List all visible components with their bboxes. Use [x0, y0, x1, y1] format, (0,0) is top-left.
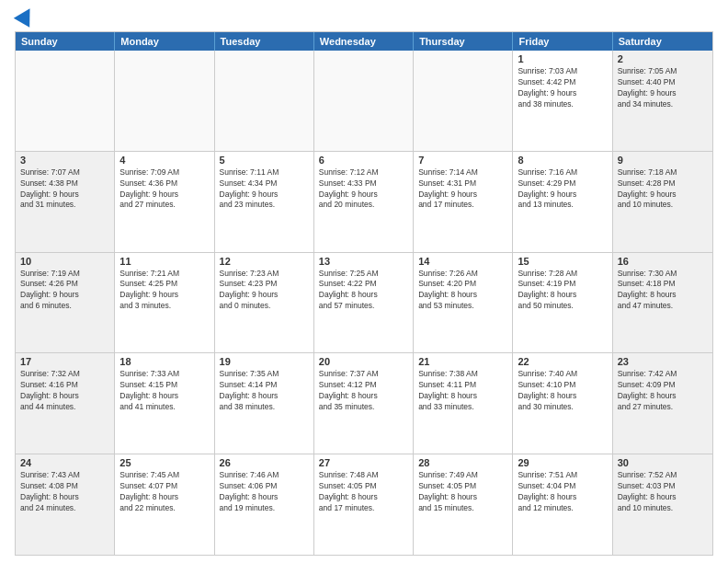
day-number: 30 — [618, 457, 708, 468]
logo-triangle-icon — [14, 4, 38, 28]
day-info: Sunrise: 7:48 AM Sunset: 4:05 PM Dayligh… — [319, 470, 408, 514]
day-info: Sunrise: 7:25 AM Sunset: 4:22 PM Dayligh… — [319, 269, 408, 313]
calendar-cell-23: 23Sunrise: 7:42 AM Sunset: 4:09 PM Dayli… — [613, 353, 712, 454]
calendar-cell-2: 2Sunrise: 7:05 AM Sunset: 4:40 PM Daylig… — [613, 51, 712, 151]
calendar-cell-9: 9Sunrise: 7:18 AM Sunset: 4:28 PM Daylig… — [613, 152, 712, 252]
header-day-friday: Friday — [513, 32, 612, 51]
day-number: 28 — [418, 457, 507, 468]
calendar-cell-empty-0-4 — [414, 51, 513, 151]
day-info: Sunrise: 7:52 AM Sunset: 4:03 PM Dayligh… — [618, 470, 708, 514]
calendar-cell-19: 19Sunrise: 7:35 AM Sunset: 4:14 PM Dayli… — [215, 353, 314, 454]
header — [15, 11, 713, 24]
calendar-cell-4: 4Sunrise: 7:09 AM Sunset: 4:36 PM Daylig… — [115, 152, 214, 252]
calendar-row-5: 24Sunrise: 7:43 AM Sunset: 4:08 PM Dayli… — [16, 454, 712, 555]
calendar-cell-empty-0-2 — [215, 51, 314, 151]
header-day-saturday: Saturday — [613, 32, 712, 51]
calendar: SundayMondayTuesdayWednesdayThursdayFrid… — [15, 31, 713, 556]
day-info: Sunrise: 7:35 AM Sunset: 4:14 PM Dayligh… — [220, 369, 309, 413]
calendar-cell-7: 7Sunrise: 7:14 AM Sunset: 4:31 PM Daylig… — [414, 152, 513, 252]
calendar-cell-20: 20Sunrise: 7:37 AM Sunset: 4:12 PM Dayli… — [314, 353, 414, 454]
day-number: 8 — [518, 155, 607, 166]
calendar-cell-17: 17Sunrise: 7:32 AM Sunset: 4:16 PM Dayli… — [16, 353, 115, 454]
day-info: Sunrise: 7:12 AM Sunset: 4:33 PM Dayligh… — [319, 167, 408, 212]
day-info: Sunrise: 7:11 AM Sunset: 4:34 PM Dayligh… — [220, 167, 309, 212]
calendar-row-1: 1Sunrise: 7:03 AM Sunset: 4:42 PM Daylig… — [16, 51, 712, 151]
day-number: 17 — [20, 356, 109, 367]
calendar-cell-24: 24Sunrise: 7:43 AM Sunset: 4:08 PM Dayli… — [16, 454, 115, 555]
calendar-cell-12: 12Sunrise: 7:23 AM Sunset: 4:23 PM Dayli… — [215, 253, 314, 353]
day-number: 6 — [319, 155, 408, 166]
day-number: 27 — [319, 457, 408, 468]
day-number: 4 — [119, 155, 209, 166]
day-info: Sunrise: 7:45 AM Sunset: 4:07 PM Dayligh… — [119, 470, 209, 514]
day-number: 14 — [418, 256, 507, 267]
day-info: Sunrise: 7:03 AM Sunset: 4:42 PM Dayligh… — [518, 66, 607, 110]
calendar-cell-8: 8Sunrise: 7:16 AM Sunset: 4:29 PM Daylig… — [513, 152, 612, 252]
day-number: 19 — [220, 356, 309, 367]
calendar-cell-6: 6Sunrise: 7:12 AM Sunset: 4:33 PM Daylig… — [314, 152, 414, 252]
calendar-cell-empty-0-0 — [16, 51, 115, 151]
calendar-cell-25: 25Sunrise: 7:45 AM Sunset: 4:07 PM Dayli… — [115, 454, 214, 555]
day-info: Sunrise: 7:42 AM Sunset: 4:09 PM Dayligh… — [618, 369, 708, 413]
day-number: 21 — [418, 356, 507, 367]
day-number: 24 — [20, 457, 109, 468]
day-number: 9 — [618, 155, 708, 166]
day-info: Sunrise: 7:18 AM Sunset: 4:28 PM Dayligh… — [618, 167, 708, 212]
day-number: 18 — [119, 356, 209, 367]
day-info: Sunrise: 7:30 AM Sunset: 4:18 PM Dayligh… — [618, 269, 708, 313]
day-info: Sunrise: 7:43 AM Sunset: 4:08 PM Dayligh… — [20, 470, 109, 514]
page: SundayMondayTuesdayWednesdayThursdayFrid… — [0, 0, 728, 563]
header-day-monday: Monday — [115, 32, 214, 51]
calendar-cell-18: 18Sunrise: 7:33 AM Sunset: 4:15 PM Dayli… — [115, 353, 214, 454]
calendar-cell-14: 14Sunrise: 7:26 AM Sunset: 4:20 PM Dayli… — [414, 253, 513, 353]
day-info: Sunrise: 7:09 AM Sunset: 4:36 PM Dayligh… — [119, 167, 209, 212]
calendar-row-3: 10Sunrise: 7:19 AM Sunset: 4:26 PM Dayli… — [16, 252, 712, 353]
day-info: Sunrise: 7:16 AM Sunset: 4:29 PM Dayligh… — [518, 167, 607, 212]
day-info: Sunrise: 7:46 AM Sunset: 4:06 PM Dayligh… — [220, 470, 309, 514]
day-info: Sunrise: 7:28 AM Sunset: 4:19 PM Dayligh… — [518, 269, 607, 313]
calendar-body: 1Sunrise: 7:03 AM Sunset: 4:42 PM Daylig… — [16, 51, 712, 555]
day-info: Sunrise: 7:33 AM Sunset: 4:15 PM Dayligh… — [119, 369, 209, 413]
header-day-wednesday: Wednesday — [314, 32, 414, 51]
calendar-cell-28: 28Sunrise: 7:49 AM Sunset: 4:05 PM Dayli… — [414, 454, 513, 555]
calendar-cell-empty-0-3 — [314, 51, 414, 151]
logo — [15, 11, 35, 24]
calendar-header: SundayMondayTuesdayWednesdayThursdayFrid… — [16, 32, 712, 51]
day-number: 12 — [220, 256, 309, 267]
header-day-tuesday: Tuesday — [215, 32, 314, 51]
day-info: Sunrise: 7:40 AM Sunset: 4:10 PM Dayligh… — [518, 369, 607, 413]
day-info: Sunrise: 7:21 AM Sunset: 4:25 PM Dayligh… — [119, 269, 209, 313]
calendar-cell-21: 21Sunrise: 7:38 AM Sunset: 4:11 PM Dayli… — [414, 353, 513, 454]
day-number: 20 — [319, 356, 408, 367]
day-info: Sunrise: 7:19 AM Sunset: 4:26 PM Dayligh… — [20, 269, 109, 313]
calendar-cell-30: 30Sunrise: 7:52 AM Sunset: 4:03 PM Dayli… — [613, 454, 712, 555]
day-info: Sunrise: 7:26 AM Sunset: 4:20 PM Dayligh… — [418, 269, 507, 313]
day-info: Sunrise: 7:38 AM Sunset: 4:11 PM Dayligh… — [418, 369, 507, 413]
calendar-cell-5: 5Sunrise: 7:11 AM Sunset: 4:34 PM Daylig… — [215, 152, 314, 252]
calendar-cell-27: 27Sunrise: 7:48 AM Sunset: 4:05 PM Dayli… — [314, 454, 414, 555]
day-info: Sunrise: 7:51 AM Sunset: 4:04 PM Dayligh… — [518, 470, 607, 514]
calendar-cell-29: 29Sunrise: 7:51 AM Sunset: 4:04 PM Dayli… — [513, 454, 612, 555]
day-number: 10 — [20, 256, 109, 267]
day-info: Sunrise: 7:07 AM Sunset: 4:38 PM Dayligh… — [20, 167, 109, 212]
calendar-cell-15: 15Sunrise: 7:28 AM Sunset: 4:19 PM Dayli… — [513, 253, 612, 353]
day-info: Sunrise: 7:23 AM Sunset: 4:23 PM Dayligh… — [220, 269, 309, 313]
day-info: Sunrise: 7:37 AM Sunset: 4:12 PM Dayligh… — [319, 369, 408, 413]
day-info: Sunrise: 7:05 AM Sunset: 4:40 PM Dayligh… — [618, 66, 708, 110]
day-number: 1 — [518, 53, 607, 64]
day-number: 5 — [220, 155, 309, 166]
header-day-sunday: Sunday — [16, 32, 115, 51]
day-info: Sunrise: 7:14 AM Sunset: 4:31 PM Dayligh… — [418, 167, 507, 212]
calendar-cell-10: 10Sunrise: 7:19 AM Sunset: 4:26 PM Dayli… — [16, 253, 115, 353]
day-number: 25 — [119, 457, 209, 468]
day-info: Sunrise: 7:32 AM Sunset: 4:16 PM Dayligh… — [20, 369, 109, 413]
calendar-cell-26: 26Sunrise: 7:46 AM Sunset: 4:06 PM Dayli… — [215, 454, 314, 555]
day-number: 22 — [518, 356, 607, 367]
day-number: 11 — [119, 256, 209, 267]
calendar-row-2: 3Sunrise: 7:07 AM Sunset: 4:38 PM Daylig… — [16, 151, 712, 252]
day-info: Sunrise: 7:49 AM Sunset: 4:05 PM Dayligh… — [418, 470, 507, 514]
calendar-cell-16: 16Sunrise: 7:30 AM Sunset: 4:18 PM Dayli… — [613, 253, 712, 353]
day-number: 2 — [618, 53, 708, 64]
calendar-cell-1: 1Sunrise: 7:03 AM Sunset: 4:42 PM Daylig… — [513, 51, 612, 151]
day-number: 7 — [418, 155, 507, 166]
